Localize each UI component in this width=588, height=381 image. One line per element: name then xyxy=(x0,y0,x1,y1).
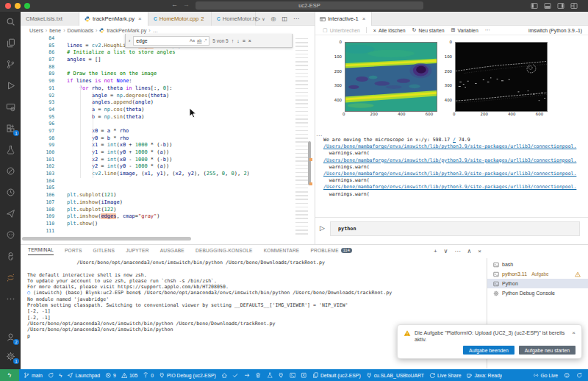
regex-icon[interactable]: .* xyxy=(204,38,207,43)
toggle-replace-icon[interactable]: › xyxy=(129,38,130,43)
file-link[interactable]: /Users/bene/mambaforge/envs/imswitch/lib… xyxy=(323,157,576,163)
status-live-share[interactable]: Live Share xyxy=(429,372,462,379)
activity-source-control[interactable] xyxy=(4,59,16,70)
forward-icon[interactable]: → xyxy=(183,1,190,8)
panel-tab-jupyter[interactable]: JUPYTER xyxy=(126,247,148,255)
find-input[interactable]: edge Aa ab .* xyxy=(133,36,209,46)
split-editor-icon[interactable]: ◫ xyxy=(282,15,288,22)
status-pio-bolt[interactable]: ϟ xyxy=(59,372,62,379)
terminal-item-bash[interactable]: bash xyxy=(487,260,588,269)
clear-all-button[interactable]: ×Alle löschen xyxy=(373,28,406,33)
find-in-selection-icon[interactable]: ≡ xyxy=(243,38,245,43)
command-center-search[interactable]: uc2-ESP xyxy=(196,1,423,10)
aufgabe-neu-starten-button[interactable]: Aufgabe neu starten xyxy=(519,346,576,355)
activity-testing[interactable] xyxy=(4,144,16,155)
status-refresh[interactable] xyxy=(576,372,583,379)
status-ports[interactable]: 0 xyxy=(143,372,154,379)
activity-send[interactable] xyxy=(4,208,16,219)
minimize-window-button[interactable] xyxy=(15,3,21,9)
status-pio-no-port[interactable] xyxy=(301,372,307,379)
status-pio-test[interactable] xyxy=(267,372,273,379)
activity-extensions[interactable]: 1 xyxy=(4,123,16,134)
status-pio-clean[interactable] xyxy=(255,372,262,379)
breadcrumb-item[interactable]: … xyxy=(153,27,158,34)
more-actions-icon[interactable]: ⋯ xyxy=(293,15,299,22)
customize-layout-icon[interactable] xyxy=(570,2,578,10)
panel-tab-probleme[interactable]: PROBLEME114 xyxy=(310,247,351,255)
activity-settings[interactable]: 1 xyxy=(4,351,16,362)
toggle-panel-icon[interactable] xyxy=(544,2,551,10)
status-pio-serial-monitor[interactable] xyxy=(278,372,284,379)
status-git-branch[interactable]: main xyxy=(24,372,43,379)
activity-platformio[interactable] xyxy=(4,229,16,241)
more-icon[interactable]: ⋯ xyxy=(454,248,460,254)
tab-trackpenmark-py[interactable]: trackPenMark.py× xyxy=(79,12,148,26)
toggle-secondary-sidebar-icon[interactable] xyxy=(557,2,564,10)
run-dropdown-icon[interactable]: ∨ xyxy=(262,16,265,21)
variables-button[interactable]: ⊞Variablen xyxy=(451,27,478,33)
find-next-icon[interactable]: ↓ xyxy=(237,38,240,43)
activity-explorer[interactable] xyxy=(4,38,16,49)
status-errors[interactable]: 9 xyxy=(105,372,116,379)
breadcrumb-item[interactable]: Users xyxy=(29,27,43,34)
status-go-live[interactable]: Go Live xyxy=(533,372,558,379)
activity-search[interactable] xyxy=(4,16,16,27)
tab-homemotor-h[interactable]: CHomeMotor.h xyxy=(212,12,256,26)
code-editor[interactable]: 8485lines = cv2.HoughLines(edges, 1, np.… xyxy=(21,35,294,237)
run-cell-icon[interactable]: ▷ xyxy=(320,224,325,232)
status-pio-build[interactable] xyxy=(232,372,239,379)
file-link[interactable]: /Users/bene/mambaforge/envs/imswitch/lib… xyxy=(323,171,576,177)
close-panel-icon[interactable]: × xyxy=(478,248,481,254)
status-serial-port[interactable]: cu.SLAB_USBtoUART xyxy=(366,372,424,379)
status-debug-config[interactable]: PIO Debug (uc2-ESP) xyxy=(159,372,216,379)
panel-tab-ports[interactable]: PORTS xyxy=(65,247,82,255)
activity-timeline[interactable] xyxy=(4,187,16,198)
new-terminal-icon[interactable]: + xyxy=(434,248,437,254)
panel-tab-gitlens[interactable]: GITLENS xyxy=(93,247,115,255)
toggle-primary-sidebar-icon[interactable] xyxy=(531,2,538,10)
activity-circle-slash[interactable] xyxy=(4,165,16,177)
status-pio-terminal[interactable] xyxy=(290,372,296,379)
run-python-file-icon[interactable]: ▷ xyxy=(256,15,260,22)
breadcrumb-item[interactable]: Downloads xyxy=(67,27,93,34)
status-java-status[interactable]: Java: Ready xyxy=(466,372,502,379)
whole-word-icon[interactable]: ab xyxy=(197,38,201,43)
aufgabe-beenden-button[interactable]: Aufgabe beenden xyxy=(463,346,514,355)
status-pio-home[interactable] xyxy=(221,372,228,379)
breadcrumb-item[interactable]: trackPenMark.py xyxy=(107,27,146,34)
panel-tab-kommentare[interactable]: KOMMENTARE xyxy=(264,247,300,255)
status-launchpad[interactable]: Launchpad xyxy=(67,372,100,379)
tab-cmakelists-txt[interactable]: CMakeLists.txt xyxy=(21,12,79,26)
remote-indicator[interactable]: ϟ xyxy=(0,369,19,381)
find-previous-icon[interactable]: ↑ xyxy=(232,38,234,43)
file-link[interactable]: /Users/bene/mambaforge/envs/imswitch/lib… xyxy=(323,143,576,149)
tab-interactive-1[interactable]: Interactive-1× xyxy=(315,12,372,26)
panel-tab-ausgabe[interactable]: AUSGABE xyxy=(160,247,184,255)
activity-remote-explorer[interactable] xyxy=(4,102,16,113)
close-tab-icon[interactable]: × xyxy=(138,15,142,22)
more-actions-button[interactable]: ⋯ xyxy=(485,27,490,33)
go-to-symbol-icon[interactable]: ◎ xyxy=(271,15,276,22)
back-icon[interactable]: ← xyxy=(171,1,178,8)
activity-accounts[interactable]: 2 xyxy=(4,332,16,343)
zoom-window-button[interactable] xyxy=(24,3,30,9)
panel-tab-terminal[interactable]: TERMINAL xyxy=(28,247,54,255)
close-find-icon[interactable]: × xyxy=(248,38,251,43)
terminal-item-python[interactable]: Python xyxy=(487,279,588,288)
terminal-item-python3-11[interactable]: python3.11Aufgabe xyxy=(487,269,588,279)
close-window-button[interactable] xyxy=(5,3,11,9)
match-case-icon[interactable]: Aa xyxy=(190,38,195,43)
activity-more-views[interactable] xyxy=(4,293,16,305)
kernel-picker[interactable]: imswitch (Python 3.9.-1) xyxy=(526,28,582,33)
panel-tab-debugging-konsole[interactable]: DEBUGGING-KONSOLE xyxy=(196,247,253,255)
breadcrumb-item[interactable]: bene xyxy=(49,27,61,34)
terminal-picker-icon[interactable]: ∨ xyxy=(444,248,448,254)
minimap[interactable] xyxy=(294,35,312,237)
status-git-sync[interactable] xyxy=(48,372,54,379)
status-pio-upload[interactable] xyxy=(244,372,251,379)
status-pio-env[interactable]: Default (uc2-ESP) xyxy=(312,372,361,379)
close-tab-icon[interactable]: × xyxy=(362,15,366,22)
cell-actions-icon[interactable]: ⋯ xyxy=(316,132,323,139)
status-feedback[interactable] xyxy=(564,372,570,379)
interactive-input-box[interactable]: python xyxy=(330,221,580,236)
